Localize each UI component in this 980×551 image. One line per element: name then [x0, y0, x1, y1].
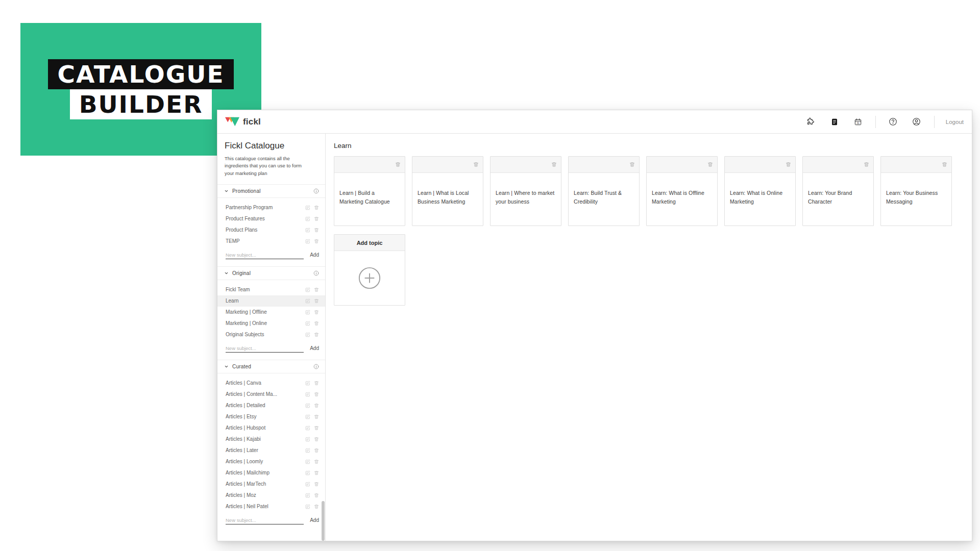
- edit-icon[interactable]: [305, 482, 310, 487]
- add-subject-button[interactable]: Add: [310, 345, 319, 353]
- trash-icon[interactable]: [314, 205, 319, 210]
- edit-icon[interactable]: [305, 310, 310, 315]
- topic-card-learn-where-to-market-your-business[interactable]: Learn | Where to market your business: [490, 156, 561, 226]
- new-subject-input[interactable]: [226, 251, 304, 259]
- topic-card-learn-build-a-marketing-catalogue[interactable]: Learn | Build a Marketing Catalogue: [334, 156, 405, 226]
- sidebar-item-articles-later[interactable]: Articles | Later: [217, 445, 325, 456]
- sidebar-item-articles-content-ma[interactable]: Articles | Content Ma...: [217, 389, 325, 400]
- puzzle-icon[interactable]: [805, 115, 817, 128]
- sidebar-item-original-subjects[interactable]: Original Subjects: [217, 329, 325, 340]
- edit-icon[interactable]: [305, 287, 310, 292]
- chevron-down-icon[interactable]: [224, 189, 229, 193]
- trash-icon[interactable]: [314, 216, 319, 221]
- edit-icon[interactable]: [305, 228, 310, 233]
- trash-icon[interactable]: [314, 228, 319, 233]
- edit-icon[interactable]: [305, 403, 310, 408]
- edit-icon[interactable]: [305, 321, 310, 326]
- sidebar-item-temp[interactable]: TEMP: [217, 236, 325, 247]
- trash-icon[interactable]: [314, 381, 319, 386]
- trash-icon[interactable]: [786, 162, 791, 167]
- sidebar-item-learn[interactable]: Learn: [217, 295, 325, 307]
- info-icon[interactable]: [313, 188, 319, 194]
- sidebar-item-articles-canva[interactable]: Articles | Canva: [217, 378, 325, 389]
- chevron-down-icon[interactable]: [224, 271, 229, 276]
- topic-card-learn-build-trust-credibility[interactable]: Learn: Build Trust & Credibility: [568, 156, 640, 226]
- edit-icon[interactable]: [305, 459, 310, 464]
- chevron-down-icon[interactable]: [224, 364, 229, 369]
- trash-icon[interactable]: [314, 425, 319, 431]
- edit-icon[interactable]: [305, 332, 310, 337]
- calendar-icon[interactable]: 31: [852, 116, 864, 128]
- sidebar-item-articles-loomly[interactable]: Articles | Loomly: [217, 456, 325, 467]
- topic-card-learn-what-is-local-business-marketing[interactable]: Learn | What is Local Business Marketing: [412, 156, 483, 226]
- trash-icon[interactable]: [707, 162, 713, 167]
- topic-card-learn-your-business-messaging[interactable]: Learn: Your Business Messaging: [880, 156, 952, 226]
- trash-icon[interactable]: [551, 162, 557, 167]
- trash-icon[interactable]: [314, 403, 319, 408]
- add-topic-card[interactable]: Add topic: [334, 234, 405, 306]
- sidebar-item-articles-martech[interactable]: Articles | MarTech: [217, 479, 325, 490]
- trash-icon[interactable]: [314, 414, 319, 419]
- sidebar-item-articles-mailchimp[interactable]: Articles | Mailchimp: [217, 467, 325, 479]
- sidebar-item-marketing-offline[interactable]: Marketing | Offline: [217, 307, 325, 318]
- edit-icon[interactable]: [305, 437, 310, 442]
- section-header-promotional[interactable]: Promotional: [217, 184, 325, 198]
- trash-icon[interactable]: [314, 392, 319, 397]
- edit-icon[interactable]: [305, 504, 310, 509]
- edit-icon[interactable]: [305, 239, 310, 244]
- edit-icon[interactable]: [305, 392, 310, 397]
- edit-icon[interactable]: [305, 448, 310, 453]
- edit-icon[interactable]: [305, 493, 310, 498]
- trash-icon[interactable]: [314, 310, 319, 315]
- trash-icon[interactable]: [314, 493, 319, 498]
- topic-card-learn-what-is-offline-marketing[interactable]: Learn: What is Offline Marketing: [646, 156, 718, 226]
- edit-icon[interactable]: [305, 381, 310, 386]
- trash-icon[interactable]: [473, 162, 479, 167]
- section-header-original[interactable]: Original: [217, 266, 325, 280]
- sidebar-item-fickl-team[interactable]: Fickl Team: [217, 284, 325, 295]
- trash-icon[interactable]: [629, 162, 635, 167]
- edit-icon[interactable]: [305, 298, 310, 304]
- info-icon[interactable]: [313, 364, 319, 369]
- trash-icon[interactable]: [942, 162, 947, 167]
- trash-icon[interactable]: [314, 470, 319, 475]
- edit-icon[interactable]: [305, 216, 310, 221]
- sidebar-item-articles-detailed[interactable]: Articles | Detailed: [217, 400, 325, 411]
- notes-icon[interactable]: [828, 116, 841, 128]
- sidebar-scrollbar[interactable]: [322, 501, 325, 541]
- topic-card-learn-what-is-online-marketing[interactable]: Learn: What is Online Marketing: [724, 156, 796, 226]
- sidebar-item-articles-neil-patel[interactable]: Articles | Neil Patel: [217, 501, 325, 512]
- edit-icon[interactable]: [305, 414, 310, 419]
- trash-icon[interactable]: [395, 162, 401, 167]
- new-subject-input[interactable]: [226, 344, 304, 353]
- add-subject-button[interactable]: Add: [310, 517, 319, 524]
- trash-icon[interactable]: [314, 448, 319, 453]
- sidebar-item-articles-hubspot[interactable]: Articles | Hubspot: [217, 422, 325, 434]
- new-subject-input[interactable]: [226, 516, 304, 524]
- sidebar-item-product-plans[interactable]: Product Plans: [217, 224, 325, 236]
- help-icon[interactable]: [887, 115, 899, 128]
- trash-icon[interactable]: [314, 239, 319, 244]
- edit-icon[interactable]: [305, 470, 310, 475]
- edit-icon[interactable]: [305, 205, 310, 210]
- logout-button[interactable]: Logout: [946, 119, 964, 125]
- sidebar-item-marketing-online[interactable]: Marketing | Online: [217, 318, 325, 329]
- account-icon[interactable]: [911, 115, 923, 128]
- topic-card-learn-your-brand-character[interactable]: Learn: Your Brand Character: [802, 156, 874, 226]
- trash-icon[interactable]: [314, 298, 319, 304]
- trash-icon[interactable]: [314, 287, 319, 292]
- trash-icon[interactable]: [314, 321, 319, 326]
- info-icon[interactable]: [313, 270, 319, 276]
- sidebar-item-articles-kajabi[interactable]: Articles | Kajabi: [217, 434, 325, 445]
- section-header-curated[interactable]: Curated: [217, 360, 325, 373]
- trash-icon[interactable]: [314, 459, 319, 464]
- trash-icon[interactable]: [314, 504, 319, 509]
- trash-icon[interactable]: [314, 437, 319, 442]
- add-subject-button[interactable]: Add: [310, 252, 319, 259]
- add-topic-plus-icon[interactable]: [358, 266, 381, 290]
- sidebar-item-partnership-program[interactable]: Partnership Program: [217, 202, 325, 213]
- sidebar-item-articles-moz[interactable]: Articles | Moz: [217, 490, 325, 501]
- sidebar-item-articles-etsy[interactable]: Articles | Etsy: [217, 411, 325, 422]
- trash-icon[interactable]: [314, 482, 319, 487]
- trash-icon[interactable]: [314, 332, 319, 337]
